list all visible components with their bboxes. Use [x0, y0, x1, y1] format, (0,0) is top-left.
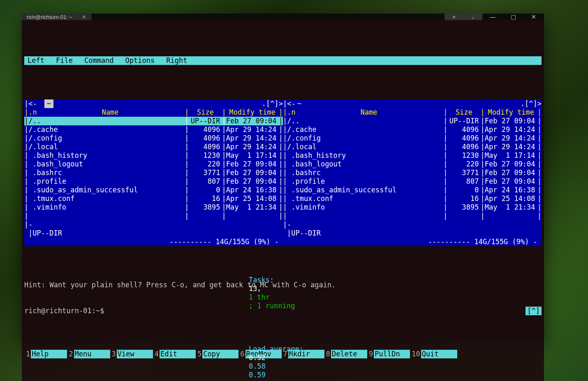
mc-menu-options[interactable]: Options [122, 56, 163, 65]
terminal-window: rich@richturn-01: ~ ✕ + ⌄ — ▢ ✕ Left Fil… [22, 14, 544, 342]
file-row[interactable]: | .profile|807|Feb 27 09:04| [283, 177, 542, 186]
mc-fkey-edit[interactable]: 4Edit [153, 350, 196, 358]
file-row[interactable]: | .tmux.conf|16|Apr 25 14:08| [24, 194, 283, 203]
mc-fkey-help[interactable]: 1Help [24, 350, 67, 358]
htop-load-label: Load average: [249, 345, 303, 353]
mc-status: |UP--DIR [283, 229, 542, 238]
file-row[interactable]: | .bashrc|3771|Feb 27 09:04| [283, 169, 542, 177]
mc-menu-command[interactable]: Command [81, 56, 122, 65]
file-row[interactable]: | .tmux.conf|16|Apr 25 14:08| [283, 194, 542, 203]
file-row[interactable]: | .bash_logout|220|Feb 27 09:04| [24, 160, 283, 169]
tab-dropdown-button[interactable]: ⌄ [463, 14, 482, 20]
mc-caret-icon[interactable]: [^] [525, 307, 542, 315]
file-row[interactable]: | .profile|807|Feb 27 09:04| [24, 177, 283, 186]
tab-close-icon[interactable]: ✕ [82, 14, 86, 20]
minimize-button[interactable]: — [482, 14, 503, 20]
file-row[interactable]: |/.config|4096|Apr 29 14:24| [283, 134, 542, 143]
mc-prompt[interactable]: rich@richturn-01:~$ [24, 307, 104, 315]
file-row[interactable]: | .bashrc|3771|Feb 27 09:04| [24, 169, 283, 177]
mc-panels: |<-~.[^]>|.nName|Size|Modify time||/..|U… [24, 99, 542, 246]
mc-menu-file[interactable]: File [53, 56, 81, 65]
mc-disk-usage: ---------- 14G/155G (9%) - [283, 238, 542, 246]
file-row[interactable]: |/..|UP--DIR|Feb 27 09:04| [24, 117, 283, 125]
titlebar: rich@richturn-01: ~ ✕ + ⌄ — ▢ ✕ [22, 14, 544, 20]
close-button[interactable]: ✕ [523, 14, 544, 20]
terminal-body[interactable]: Left File Command Options Right |<-~.[^]… [22, 20, 544, 381]
terminal-tab[interactable]: rich@richturn-01: ~ ✕ [22, 14, 92, 20]
file-row[interactable]: | .bash_history|1230|May 1 17:14| [283, 151, 542, 160]
mc-menu-right[interactable]: Right [163, 56, 195, 65]
mc-fkey-delete[interactable]: 8Delete [324, 350, 367, 358]
mc-disk-usage: ---------- 14G/155G (9%) - [24, 238, 283, 246]
mc-status: |UP--DIR [24, 229, 283, 238]
file-row[interactable]: | .viminfo|3895|May 1 21:34| [24, 203, 283, 212]
file-row[interactable]: | .bash_logout|220|Feb 27 09:04| [283, 160, 542, 169]
mc-panel-left[interactable]: |<-~.[^]>|.nName|Size|Modify time||/..|U… [24, 99, 283, 246]
mc-fkey-menu[interactable]: 2Menu [67, 350, 110, 358]
file-row[interactable]: |/.config|4096|Apr 29 14:24| [24, 134, 283, 143]
file-row[interactable]: | .bash_history|1230|May 1 17:14| [24, 151, 283, 160]
htop-tasks-label: Tasks: [249, 276, 274, 284]
new-tab-button[interactable]: + [444, 14, 463, 20]
maximize-button[interactable]: ▢ [503, 14, 523, 20]
mc-path[interactable]: ~ [296, 99, 303, 108]
mc-fkey-view[interactable]: 3View [110, 350, 153, 358]
mc-menubar: Left File Command Options Right [24, 56, 542, 65]
file-row[interactable]: |/.local|4096|Apr 29 14:24| [24, 143, 283, 151]
mc-fkey-pulldn[interactable]: 9PullDn [367, 350, 410, 358]
file-row[interactable]: | .viminfo|3895|May 1 21:34| [283, 203, 542, 212]
mc-panel-right[interactable]: |<-~.[^]>|.nName|Size|Modify time||/..|U… [283, 99, 542, 246]
mc-path[interactable]: ~ [44, 99, 53, 108]
file-row[interactable]: | .sudo_as_admin_successful|0|Apr 24 16:… [283, 186, 542, 194]
file-row[interactable]: |/.local|4096|Apr 29 14:24| [283, 143, 542, 151]
tab-title: rich@richturn-01: ~ [27, 14, 72, 20]
file-row[interactable]: |/.cache|4096|Apr 29 14:24| [24, 125, 283, 134]
file-row[interactable]: |/..|UP--DIR|Feb 27 09:04| [283, 117, 542, 125]
file-row[interactable]: |/.cache|4096|Apr 29 14:24| [283, 125, 542, 134]
file-row[interactable]: | .sudo_as_admin_successful|0|Apr 24 16:… [24, 186, 283, 194]
mc-fkey-quit[interactable]: 10Quit [410, 350, 457, 358]
mc-menu-left[interactable]: Left [24, 56, 53, 65]
